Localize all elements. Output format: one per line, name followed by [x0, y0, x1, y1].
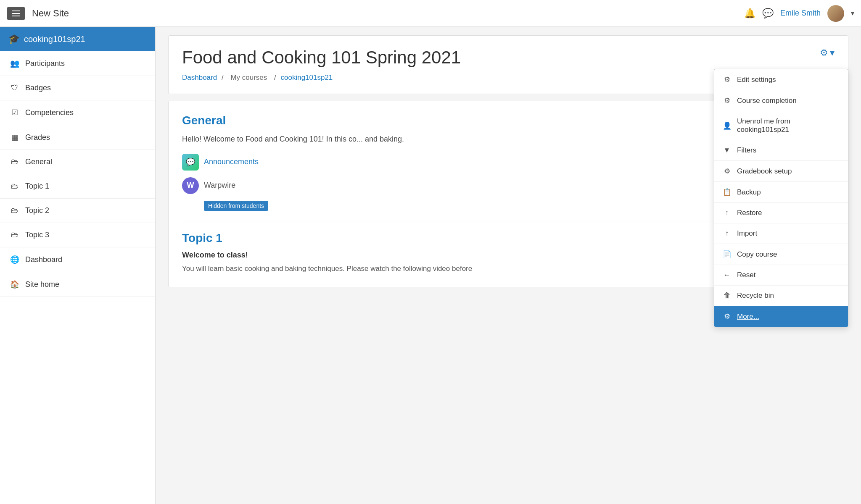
import-icon: ↑ [723, 229, 731, 238]
sidebar-item-general[interactable]: 🗁 General [0, 150, 155, 174]
gradebook-label: Gradebook setup [737, 167, 792, 176]
filters-icon: ▼ [723, 146, 731, 155]
competencies-icon: ☑ [10, 108, 19, 117]
unenrol-icon: 👤 [723, 121, 731, 130]
reset-label: Reset [737, 271, 755, 279]
sidebar-item-label: Competencies [25, 108, 74, 117]
course-dropdown-menu: ⚙ Edit settings ⚙ Course completion 👤 Un… [714, 69, 848, 327]
copy-course-icon: 📄 [723, 250, 731, 259]
course-completion-label: Course completion [737, 97, 797, 105]
breadcrumb-mycourses: My courses [230, 74, 267, 81]
sidebar-item-topic1[interactable]: 🗁 Topic 1 [0, 174, 155, 199]
sidebar-item-participants[interactable]: 👥 Participants [0, 51, 155, 76]
restore-label: Restore [737, 209, 762, 217]
bell-icon[interactable]: 🔔 [744, 8, 755, 19]
import-label: Import [737, 229, 757, 238]
breadcrumb-coursecode[interactable]: cooking101sp21 [281, 74, 333, 81]
sidebar-item-badges[interactable]: 🛡 Badges [0, 76, 155, 100]
sidebar-item-grades[interactable]: ▦ Grades [0, 125, 155, 150]
sidebar-item-label: Dashboard [25, 255, 62, 264]
warpwire-icon: W [182, 177, 199, 194]
sidebar-item-label: Badges [25, 84, 51, 92]
main-content: Food and Cooking 101 Spring 2021 Dashboa… [156, 27, 861, 504]
course-completion-icon: ⚙ [723, 96, 731, 105]
dropdown-gradebook-setup[interactable]: ⚙ Gradebook setup [714, 161, 848, 182]
sidebar-item-label: General [25, 158, 52, 166]
avatar[interactable] [827, 5, 844, 22]
sitehome-icon: 🏠 [10, 280, 19, 289]
sidebar-item-topic3[interactable]: 🗁 Topic 3 [0, 223, 155, 247]
dropdown-import[interactable]: ↑ Import [714, 223, 848, 244]
topic3-folder-icon: 🗁 [10, 231, 19, 239]
course-gear-button[interactable]: ⚙ ▾ [820, 47, 835, 58]
dropdown-filters[interactable]: ▼ Filters [714, 140, 848, 161]
sidebar-item-label: Topic 1 [25, 182, 49, 191]
general-folder-icon: 🗁 [10, 158, 19, 166]
dropdown-course-completion[interactable]: ⚙ Course completion [714, 90, 848, 111]
sidebar-item-label: Topic 2 [25, 206, 49, 215]
course-icon: 🎓 [8, 34, 20, 45]
user-dropdown-arrow[interactable]: ▾ [851, 9, 854, 17]
participants-icon: 👥 [10, 59, 19, 68]
breadcrumb-sep1: / [222, 74, 224, 81]
backup-label: Backup [737, 188, 761, 197]
sidebar-course-header[interactable]: 🎓 cooking101sp21 [0, 27, 155, 51]
hidden-badge: Hidden from students [204, 201, 268, 211]
sidebar-item-competencies[interactable]: ☑ Competencies [0, 100, 155, 125]
restore-icon: ↑ [723, 209, 731, 217]
more-icon: ⚙ [723, 312, 731, 321]
dropdown-more[interactable]: ➔ ⚙ More... [714, 306, 848, 327]
gear-dropdown-arrow: ▾ [830, 47, 835, 58]
warpwire-label: Warpwire [204, 181, 235, 190]
edit-settings-label: Edit settings [737, 76, 776, 84]
sidebar-item-label: Site home [25, 280, 59, 289]
breadcrumb-sep2: / [274, 74, 276, 81]
dashboard-icon: 🌐 [10, 255, 19, 264]
sidebar-course-name: cooking101sp21 [24, 34, 85, 44]
dropdown-recycle-bin[interactable]: 🗑 Recycle bin [714, 286, 848, 306]
recycle-bin-icon: 🗑 [723, 291, 731, 300]
copy-course-label: Copy course [737, 250, 777, 259]
dropdown-backup[interactable]: 📋 Backup [714, 182, 848, 203]
main-layout: 🎓 cooking101sp21 👥 Participants 🛡 Badges… [0, 27, 861, 504]
sidebar-item-dashboard[interactable]: 🌐 Dashboard [0, 247, 155, 272]
sidebar-item-topic2[interactable]: 🗁 Topic 2 [0, 199, 155, 223]
edit-settings-icon: ⚙ [723, 75, 731, 84]
chat-icon[interactable]: 💬 [762, 8, 774, 19]
recycle-bin-label: Recycle bin [737, 291, 774, 300]
grades-icon: ▦ [10, 133, 19, 142]
topic2-folder-icon: 🗁 [10, 206, 19, 215]
top-header: New Site 🔔 💬 Emile Smith ▾ [0, 0, 861, 27]
sidebar-item-label: Participants [25, 59, 65, 68]
header-right: 🔔 💬 Emile Smith ▾ [744, 5, 854, 22]
backup-icon: 📋 [723, 188, 731, 197]
dropdown-copy-course[interactable]: 📄 Copy course [714, 244, 848, 265]
reset-icon: ← [723, 271, 731, 279]
dropdown-reset[interactable]: ← Reset [714, 265, 848, 286]
badges-icon: 🛡 [10, 84, 19, 92]
sidebar-item-label: Grades [25, 133, 50, 142]
course-title: Food and Cooking 101 Spring 2021 [182, 47, 835, 68]
breadcrumb-dashboard[interactable]: Dashboard [182, 74, 217, 81]
hamburger-button[interactable] [7, 7, 25, 20]
announcements-icon: 💬 [182, 154, 199, 171]
dropdown-unenrol[interactable]: 👤 Unenrol me from cooking101sp21 [714, 111, 848, 140]
gear-icon: ⚙ [820, 47, 828, 58]
sidebar: 🎓 cooking101sp21 👥 Participants 🛡 Badges… [0, 27, 156, 504]
unenrol-label: Unenrol me from cooking101sp21 [737, 117, 840, 134]
topic1-folder-icon: 🗁 [10, 182, 19, 191]
dropdown-restore[interactable]: ↑ Restore [714, 203, 848, 223]
dropdown-edit-settings[interactable]: ⚙ Edit settings [714, 69, 848, 90]
sidebar-item-sitehome[interactable]: 🏠 Site home [0, 272, 155, 297]
user-name[interactable]: Emile Smith [780, 9, 821, 18]
filters-label: Filters [737, 146, 756, 155]
announcements-link[interactable]: Announcements [204, 158, 259, 166]
site-title: New Site [32, 8, 744, 19]
gradebook-icon: ⚙ [723, 167, 731, 176]
more-label[interactable]: More... [737, 312, 759, 321]
sidebar-item-label: Topic 3 [25, 231, 49, 239]
